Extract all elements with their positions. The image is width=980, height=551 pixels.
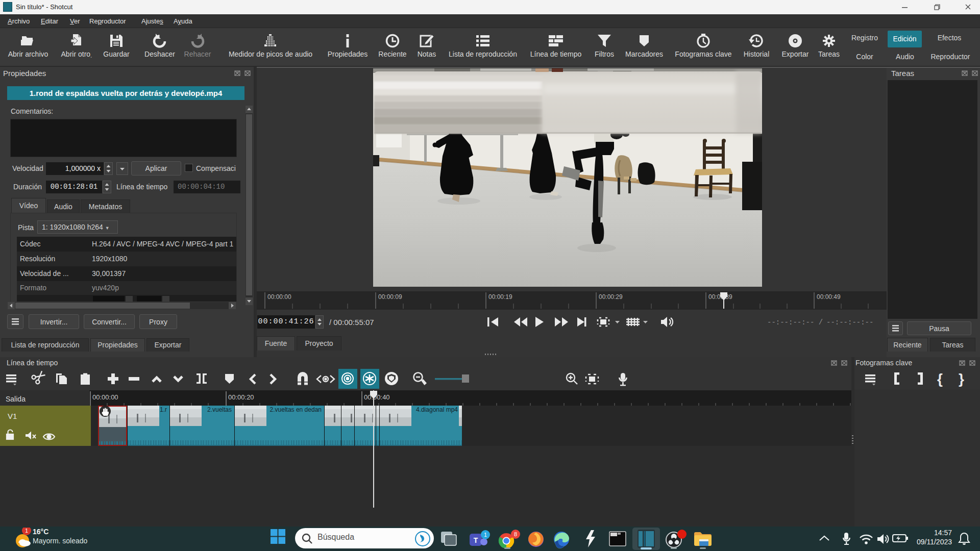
svg-text:1: 1 bbox=[25, 528, 28, 534]
svg-text:1: 1 bbox=[484, 532, 487, 538]
svg-text:8: 8 bbox=[514, 531, 517, 537]
svg-text:T: T bbox=[474, 536, 478, 544]
svg-text:00:00:49: 00:00:49 bbox=[817, 293, 841, 300]
svg-text:00:00:00: 00:00:00 bbox=[267, 293, 291, 300]
svg-text:00:00:09: 00:00:09 bbox=[378, 293, 402, 300]
svg-text:00:00:19: 00:00:19 bbox=[488, 293, 512, 300]
svg-text:{: { bbox=[937, 371, 943, 387]
svg-text:}: } bbox=[959, 371, 964, 387]
svg-text:00:00:29: 00:00:29 bbox=[599, 293, 623, 300]
